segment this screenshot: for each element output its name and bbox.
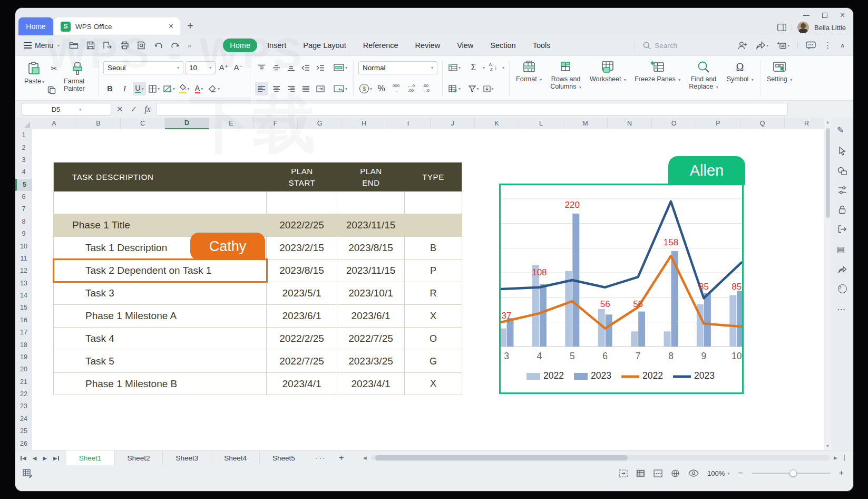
tab-insert[interactable]: Insert [260,39,293,52]
decrease-font-button[interactable]: A⁻ [232,61,245,74]
add-sheet-button[interactable]: + [334,453,349,463]
symbol-button[interactable]: ΩSymbol ▾ [723,59,758,98]
percent-format-button[interactable]: % [375,82,388,95]
format-painter-button[interactable]: Farmat Painter [62,60,93,97]
tab-review[interactable]: Review [408,39,447,52]
task-cell-start[interactable]: 2022/2/25 [267,214,337,236]
page-break-view-icon[interactable] [654,469,662,477]
task-cell-desc[interactable]: Task 2 Dependent on Task 1 [54,260,267,282]
row-header-3[interactable]: 3 [15,154,32,166]
bar-2023-cat6[interactable] [606,314,612,347]
minimize-button[interactable] [803,15,810,16]
borders-button[interactable]: ▾ [148,82,161,95]
tab-close-icon[interactable]: × [169,22,173,31]
save-icon[interactable] [86,41,95,50]
currency-format-button[interactable]: $▾ [358,82,373,95]
row-header-16[interactable]: 16 [15,314,32,327]
task-cell-start[interactable]: 2023/8/15 [267,260,337,282]
font-color-button[interactable]: A▾ [192,82,206,95]
justify-button[interactable] [299,82,313,95]
task-cell-end[interactable]: 2023/11/15 [337,214,405,236]
increase-decimal-button[interactable]: .00 →.0 [419,82,432,95]
sheet-tab-sheet2[interactable]: Sheet2 [115,450,163,466]
task-cell-desc[interactable]: Task 4 [54,328,267,350]
zoom-out-button[interactable]: − [738,469,743,477]
column-header-g[interactable]: G [298,118,342,129]
task-cell-desc[interactable]: Task 3 [54,282,267,304]
horizontal-scrollbar[interactable] [371,455,830,460]
zoom-slider[interactable] [752,473,831,474]
merge-cells-button[interactable]: ▾ [333,61,348,74]
task-cell-start[interactable] [267,191,337,214]
eye-protection-icon[interactable] [688,469,699,477]
format-button[interactable]: Format ▾ [512,59,546,98]
task-cell-type[interactable]: X [405,373,462,395]
cut-button[interactable]: ✂ [47,62,61,75]
comma-format-button[interactable]: 000 , [389,82,403,95]
search-input[interactable] [655,42,734,50]
task-cell-type[interactable]: R [405,282,462,304]
bar-2022-cat8[interactable] [664,331,671,347]
zoom-in-button[interactable]: + [839,469,844,477]
task-cell-end[interactable]: 2023/3/25 [337,350,405,372]
sheet-tab-sheet5[interactable]: Sheet5 [260,450,308,466]
task-cell-type[interactable] [405,214,462,236]
row-header-23[interactable]: 23 [15,400,32,412]
row-header-17[interactable]: 17 [15,327,32,339]
clear-format-button[interactable]: ▾ [207,82,221,95]
shapes-icon[interactable] [837,167,847,175]
autosum-button[interactable]: Σ [467,61,480,74]
freeze-panes-button[interactable]: Freeze Panes ▾ [630,59,685,98]
card-panel-icon[interactable]: ▤ [837,244,847,255]
column-header-h[interactable]: H [342,118,386,129]
bar-2023-cat7[interactable] [638,312,645,347]
export-icon[interactable] [103,41,112,50]
invite-user-icon[interactable] [738,41,748,50]
align-right-button[interactable] [285,82,298,95]
column-header-k[interactable]: K [475,118,519,129]
task-cell-start[interactable]: 2023/4/1 [267,373,337,395]
edit-pencil-icon[interactable]: ✎ [837,125,847,136]
tab-home[interactable]: Home [223,39,257,52]
column-header-n[interactable]: N [608,118,652,129]
row-header-14[interactable]: 14 [15,290,32,302]
open-file-icon[interactable] [69,41,79,50]
row-header-2[interactable]: 2 [15,141,32,153]
row-header-19[interactable]: 19 [15,351,32,363]
previous-sheet-button[interactable]: ◀ [33,455,37,461]
filter-button[interactable]: ▾ [467,82,480,95]
tab-reference[interactable]: Reference [356,39,405,52]
redo-icon[interactable] [171,42,180,50]
bar-2022-cat10[interactable] [729,295,736,347]
task-cell-end[interactable]: 2023/10/1 [337,282,405,304]
tab-page-layout[interactable]: Page Layout [296,39,353,52]
normal-view-icon[interactable] [636,469,645,477]
formula-input[interactable] [156,103,788,116]
fill-color-button[interactable]: ▾ [178,82,191,95]
column-header-c[interactable]: C [121,118,165,129]
task-cell-end[interactable]: 2023/8/15 [337,237,405,259]
sheet-list-button[interactable]: ··· [308,454,334,462]
undo-icon[interactable] [154,42,163,50]
adjust-sliders-icon[interactable] [838,186,847,194]
browser-home-tab[interactable]: Home [18,17,53,35]
confirm-entry-icon[interactable]: ✓ [131,104,138,114]
sheet-canvas[interactable]: TASK DESCRIPTIONPLAN STARTPLAN ENDTYPEPh… [32,129,824,450]
shading-button[interactable]: ▾ [162,82,176,95]
more-options-icon[interactable]: ⋮ [824,41,832,50]
row-header-9[interactable]: 9 [15,228,32,240]
find-and-replace-button[interactable]: Find and Replace ▾ [685,59,722,98]
underline-button[interactable]: U▾ [133,82,146,95]
row-header-6[interactable]: 6 [15,191,32,203]
row-header-11[interactable]: 11 [15,253,32,265]
column-header-o[interactable]: O [652,118,696,129]
row-header-22[interactable]: 22 [15,388,32,400]
rows-and-columns-button[interactable]: Rows and Columns ▾ [546,59,586,98]
print-icon[interactable] [120,41,129,50]
more-tools-icon[interactable]: ⋯ [837,304,847,315]
scroll-left-icon[interactable]: ◀ [363,455,367,460]
task-cell-desc[interactable]: Task 5 [54,350,267,372]
sheet-settings-icon[interactable] [23,469,33,478]
column-header-b[interactable]: B [76,118,121,129]
cell-name-box[interactable]: D5 ▾ [22,103,111,116]
